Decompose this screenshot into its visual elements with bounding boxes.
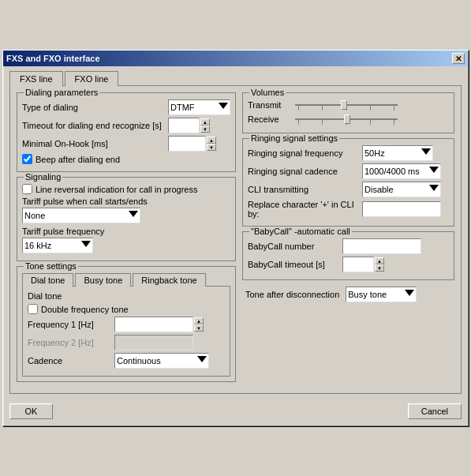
replace-input[interactable] [362, 201, 441, 217]
cli-row: CLI transmitting Disable Enable [248, 182, 449, 197]
replace-label: Replace character '+' in CLI by: [248, 200, 362, 219]
tone-settings-group: Tone settings Dial tone Busy tone Ringba… [17, 266, 236, 382]
min-onhook-down-btn[interactable]: ▼ [207, 144, 216, 151]
ok-button[interactable]: OK [9, 403, 53, 419]
volumes-group: Volumes Transmit [242, 92, 454, 133]
baby-number-label: BabyCall number [248, 242, 342, 251]
timeout-label: Timeout for dialing end recognize [s] [22, 121, 168, 130]
timeout-down-btn[interactable]: ▼ [200, 126, 210, 133]
transmit-label: Transmit [248, 100, 295, 110]
timeout-input[interactable]: 5 [168, 118, 200, 133]
min-onhook-up-btn[interactable]: ▲ [207, 137, 216, 144]
line-reversal-label: Line reversal indication for call in pro… [36, 185, 197, 194]
ringing-cadence-label: Ringing signal cadence [248, 167, 362, 176]
min-onhook-spinner: 500 ▲ ▼ [168, 136, 216, 152]
tariff-pulse-label: Tariff pulse when call starts/ends [22, 197, 148, 206]
min-onhook-input[interactable]: 500 [168, 136, 206, 152]
baby-timeout-row: BabyCall timeout [s] 0 ▲ ▼ [248, 257, 449, 272]
main-layout: Dialing parameters Type of dialing DTMF … [17, 92, 454, 387]
ringing-freq-select[interactable]: 50Hz 25Hz [362, 145, 433, 161]
tariff-freq-select[interactable]: 12 kHz 16 kHz [22, 238, 93, 253]
title-bar: FXS and FXO interface ✕ [3, 51, 468, 66]
timeout-row: Timeout for dialing end recognize [s] 5 … [22, 118, 230, 133]
receive-slider[interactable] [295, 114, 398, 125]
close-button[interactable]: ✕ [452, 53, 465, 64]
tone-after-label: Tone after disconnection [245, 290, 339, 299]
baby-timeout-down-btn[interactable]: ▼ [375, 264, 384, 272]
tone-after-select[interactable]: Busy tone Dial tone None [346, 287, 417, 302]
tab-content: Dialing parameters Type of dialing DTMF … [9, 85, 462, 394]
cancel-button[interactable]: Cancel [408, 403, 462, 419]
beep-checkbox[interactable] [22, 154, 32, 164]
baby-timeout-up-btn[interactable]: ▲ [375, 257, 384, 264]
tick [322, 120, 323, 125]
tab-fxs-line[interactable]: FXS line [9, 71, 63, 87]
tick [370, 120, 371, 125]
min-onhook-row: Minimal On-Hook [ms] 500 ▲ ▼ [22, 136, 230, 152]
freq1-down-btn[interactable]: ▼ [194, 324, 204, 332]
tone-settings-title: Tone settings [24, 261, 78, 271]
freq1-up-btn[interactable]: ▲ [194, 317, 204, 324]
top-tabs: FXS line FXO line [9, 71, 462, 86]
dialing-params-title: Dialing parameters [24, 88, 99, 97]
transmit-row: Transmit [248, 99, 449, 111]
tariff-pulse-select[interactable]: None 12kHz 16kHz [22, 208, 140, 223]
timeout-up-btn[interactable]: ▲ [200, 118, 210, 126]
main-window: FXS and FXO interface ✕ FXS line FXO lin… [2, 50, 469, 426]
inner-tab-dial[interactable]: Dial tone [22, 273, 73, 287]
ringing-signal-title: Ringing signal settings [249, 133, 339, 143]
freq2-label: Frequency 2 [Hz] [28, 338, 114, 347]
babycall-inner: BabyCall number BabyCall timeout [s] 0 ▲… [248, 238, 449, 272]
ringing-cadence-select[interactable]: 1000/4000 ms 500/2000 ms [362, 163, 441, 179]
receive-label: Receive [248, 114, 295, 124]
baby-timeout-label: BabyCall timeout [s] [248, 260, 342, 269]
transmit-slider[interactable] [295, 99, 398, 111]
dialing-params-inner: Type of dialing DTMF Pulse Timeout for d… [22, 99, 230, 164]
beep-row: Beep after dialing end [22, 154, 230, 164]
dial-tone-content: Dial tone Double frequency tone Frequenc… [22, 286, 230, 377]
tab-fxo-line[interactable]: FXO line [65, 71, 119, 86]
freq1-spinner-btns: ▲ ▼ [194, 317, 204, 332]
freq1-row: Frequency 1 [Hz] 425 ▲ ▼ [28, 317, 225, 332]
inner-tab-busy[interactable]: Busy tone [75, 273, 131, 287]
tariff-freq-label: Tariff pulse frequency [22, 227, 104, 236]
babycall-title: "BabyCall" -automatic call [249, 227, 352, 236]
baby-number-row: BabyCall number [248, 238, 449, 254]
tick [322, 106, 323, 111]
ringing-freq-label: Ringing signal frequency [248, 148, 362, 158]
ringing-signal-group: Ringing signal settings Ringing signal f… [242, 138, 454, 227]
baby-timeout-spinner: 0 ▲ ▼ [342, 257, 384, 272]
tariff-pulse-select-row: None 12kHz 16kHz [22, 208, 230, 223]
ringing-freq-row: Ringing signal frequency 50Hz 25Hz [248, 145, 449, 161]
type-of-dialing-select[interactable]: DTMF Pulse [168, 99, 230, 115]
receive-slider-wrap [295, 114, 398, 125]
transmit-slider-wrap [295, 99, 398, 111]
receive-thumb[interactable] [344, 114, 350, 124]
double-freq-checkbox[interactable] [28, 304, 38, 314]
baby-timeout-spinner-btns: ▲ ▼ [375, 257, 384, 272]
dialing-params-group: Dialing parameters Type of dialing DTMF … [17, 92, 236, 172]
min-onhook-spinner-btns: ▲ ▼ [207, 137, 216, 151]
signaling-group: Signaling Line reversal indication for c… [17, 177, 236, 261]
freq2-row: Frequency 2 [Hz] 425 [28, 335, 225, 350]
cadence-select[interactable]: Continuous Custom [114, 353, 209, 369]
line-reversal-checkbox[interactable] [22, 184, 32, 194]
double-freq-label: Double frequency tone [41, 305, 129, 314]
baby-number-input[interactable] [342, 238, 421, 254]
freq2-input: 425 [114, 335, 193, 350]
freq1-input[interactable]: 425 [114, 317, 193, 332]
signaling-inner: Line reversal indication for call in pro… [22, 184, 230, 253]
baby-timeout-input[interactable]: 0 [342, 257, 374, 272]
volumes-title: Volumes [249, 88, 286, 97]
inner-tab-ringback[interactable]: Ringback tone [133, 273, 205, 287]
min-onhook-label: Minimal On-Hook [ms] [22, 139, 168, 148]
cli-select[interactable]: Disable Enable [362, 182, 441, 197]
transmit-thumb[interactable] [341, 100, 347, 110]
tone-settings-inner: Dial tone Busy tone Ringback tone Dial t… [22, 273, 230, 377]
babycall-group: "BabyCall" -automatic call BabyCall numb… [242, 231, 454, 280]
timeout-spinner: 5 ▲ ▼ [168, 118, 210, 133]
receive-row: Receive [248, 114, 449, 125]
beep-label: Beep after dialing end [36, 155, 120, 164]
timeout-spinner-btns: ▲ ▼ [200, 118, 210, 133]
window-title: FXS and FXO interface [6, 54, 100, 63]
